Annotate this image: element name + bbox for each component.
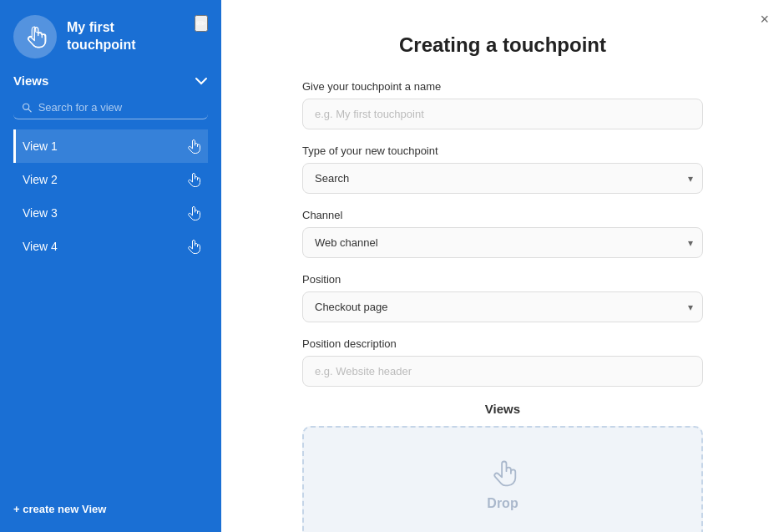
svg-line-1 (28, 109, 31, 111)
main-content: × Creating a touchpoint Give your touchp… (221, 0, 784, 532)
position-select-wrapper: Checkout page ▾ (302, 291, 703, 322)
sidebar-header: My first touchpoint ✏ (0, 0, 221, 73)
position-label: Position (302, 273, 703, 286)
search-input[interactable] (38, 101, 200, 114)
views-header[interactable]: Views (13, 73, 208, 88)
edit-icon[interactable]: ✏ (195, 15, 208, 32)
views-drop-section: Views Drop (302, 402, 703, 532)
name-group: Give your touchpoint a name (302, 80, 703, 129)
sidebar-logo (13, 15, 57, 58)
channel-select[interactable]: Web channel (302, 227, 703, 258)
search-icon (22, 102, 33, 114)
drop-zone[interactable]: Drop (302, 426, 703, 532)
type-group: Type of your new touchpoint Search ▾ (302, 144, 703, 194)
drop-label: Drop (487, 496, 518, 511)
view-touchpoint-icon (185, 138, 201, 155)
type-select-wrapper: Search ▾ (302, 163, 703, 194)
sidebar: My first touchpoint ✏ Views View 1 View … (0, 0, 221, 532)
views-section: Views View 1 View 2 View 3 View 4 (0, 73, 221, 489)
view-search-box[interactable] (13, 96, 208, 119)
view-list: View 1 View 2 View 3 View 4 (13, 129, 208, 263)
position-group: Position Checkout page ▾ (302, 273, 703, 322)
type-label: Type of your new touchpoint (302, 144, 703, 157)
touchpoint-icon (23, 24, 48, 49)
position-desc-label: Position description (302, 337, 703, 350)
sidebar-item-view-1[interactable]: View 1 (13, 129, 208, 163)
position-desc-input[interactable] (302, 356, 703, 387)
view-label: View 1 (23, 139, 58, 153)
view-label: View 3 (23, 206, 58, 220)
type-select[interactable]: Search (302, 163, 703, 194)
channel-select-wrapper: Web channel ▾ (302, 227, 703, 258)
form-container: Creating a touchpoint Give your touchpoi… (302, 33, 703, 532)
close-button[interactable]: × (760, 12, 769, 27)
channel-label: Channel (302, 209, 703, 221)
position-desc-group: Position description (302, 337, 703, 387)
drop-hand-icon (488, 458, 518, 488)
view-touchpoint-icon (185, 205, 201, 221)
sidebar-item-view-2[interactable]: View 2 (13, 163, 208, 196)
view-touchpoint-icon (185, 238, 201, 255)
sidebar-item-view-4[interactable]: View 4 (13, 230, 208, 263)
view-touchpoint-icon (185, 171, 201, 188)
view-label: View 4 (23, 240, 58, 253)
name-input[interactable] (302, 99, 703, 129)
sidebar-item-view-3[interactable]: View 3 (13, 196, 208, 230)
chevron-down-icon (195, 74, 208, 88)
sidebar-title: My first touchpoint (67, 19, 136, 54)
position-select[interactable]: Checkout page (302, 291, 703, 322)
view-label: View 2 (23, 173, 58, 186)
create-view-button[interactable]: + create new View (0, 489, 221, 532)
modal-title: Creating a touchpoint (302, 33, 703, 57)
views-drop-title: Views (302, 402, 703, 416)
name-label: Give your touchpoint a name (302, 80, 703, 93)
channel-group: Channel Web channel ▾ (302, 209, 703, 258)
